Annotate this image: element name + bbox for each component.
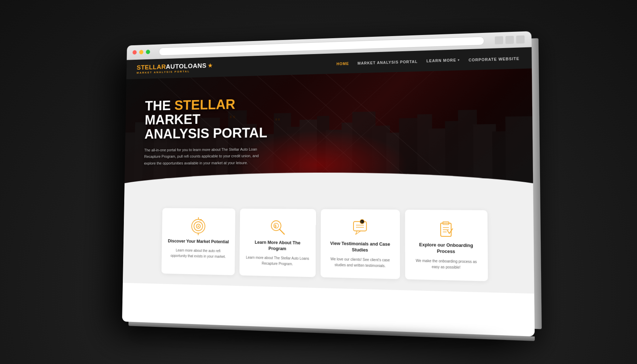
- nav-links: HOME MARKET ANALYSIS PORTAL LEARN MORE ▾…: [337, 55, 520, 67]
- traffic-light-yellow[interactable]: [139, 50, 143, 54]
- hero-title-stellar: STELLAR: [174, 96, 235, 112]
- card-onboarding-desc: We make the onboarding process as easy a…: [412, 258, 481, 271]
- hero-section: THE STELLAR MARKET ANALYSIS PORTAL The a…: [124, 68, 533, 201]
- search-dollar-icon: $: [269, 218, 287, 236]
- hero-title-the: THE: [145, 98, 174, 113]
- hero-title-market: MARKET: [145, 111, 201, 127]
- hero-title: THE STELLAR MARKET ANALYSIS PORTAL: [144, 96, 291, 141]
- svg-line-51: [280, 229, 285, 234]
- hero-title-line2: ANALYSIS PORTAL: [144, 125, 267, 141]
- logo-stellar: STELLAR: [137, 63, 166, 71]
- card-market-potential[interactable]: Discover Your Market Potential Learn mor…: [161, 208, 235, 275]
- hero-description: The all-in-one portal for you to learn m…: [144, 146, 267, 166]
- chat-icon: !: [351, 219, 369, 237]
- card-testimonials[interactable]: ! View Testimonials and Case Studies We …: [321, 209, 400, 279]
- card-testimonials-desc: We love our clients! See client's case s…: [327, 256, 394, 269]
- clipboard-icon: [436, 219, 455, 239]
- card-onboarding-title: Explore our Onboarding Process: [412, 242, 481, 255]
- website-content: STELLAR AUTOLOANS ★ MARKET ANALYSIS PORT…: [122, 47, 535, 336]
- cards-section: Discover Your Market Potential Learn mor…: [123, 200, 534, 293]
- card-market-desc: Learn more about the auto refi opportuni…: [167, 247, 229, 260]
- card-learn-program[interactable]: $ Learn More About The Program Learn mor…: [239, 208, 316, 277]
- nav-market-analysis[interactable]: MARKET ANALYSIS PORTAL: [357, 59, 418, 65]
- logo-star-icon: ★: [207, 62, 213, 69]
- svg-rect-54: [354, 221, 367, 231]
- nav-home[interactable]: HOME: [337, 61, 349, 66]
- card-program-title: Learn More About The Program: [246, 239, 309, 252]
- browser-shadow: [124, 329, 513, 343]
- card-testimonials-title: View Testimonials and Case Studies: [327, 240, 393, 253]
- card-market-title: Discover Your Market Potential: [168, 238, 229, 245]
- hero-content: THE STELLAR MARKET ANALYSIS PORTAL The a…: [125, 74, 312, 167]
- card-onboarding[interactable]: Explore our Onboarding Process We make t…: [405, 209, 488, 281]
- svg-text:!: !: [361, 221, 362, 223]
- nav-learn-more[interactable]: LEARN MORE ▾: [426, 58, 460, 63]
- traffic-light-red[interactable]: [132, 50, 137, 54]
- card-program-desc: Learn more about The Stellar Auto Loans …: [246, 254, 309, 267]
- svg-point-49: [197, 225, 199, 227]
- logo: STELLAR AUTOLOANS ★ MARKET ANALYSIS PORT…: [137, 62, 213, 74]
- chevron-down-icon: ▾: [458, 58, 459, 61]
- nav-corporate-website[interactable]: CORPORATE WEBSITE: [469, 56, 520, 62]
- target-icon: [190, 217, 207, 235]
- traffic-light-green[interactable]: [146, 50, 150, 54]
- logo-autoloans: AUTOLOANS: [166, 62, 207, 70]
